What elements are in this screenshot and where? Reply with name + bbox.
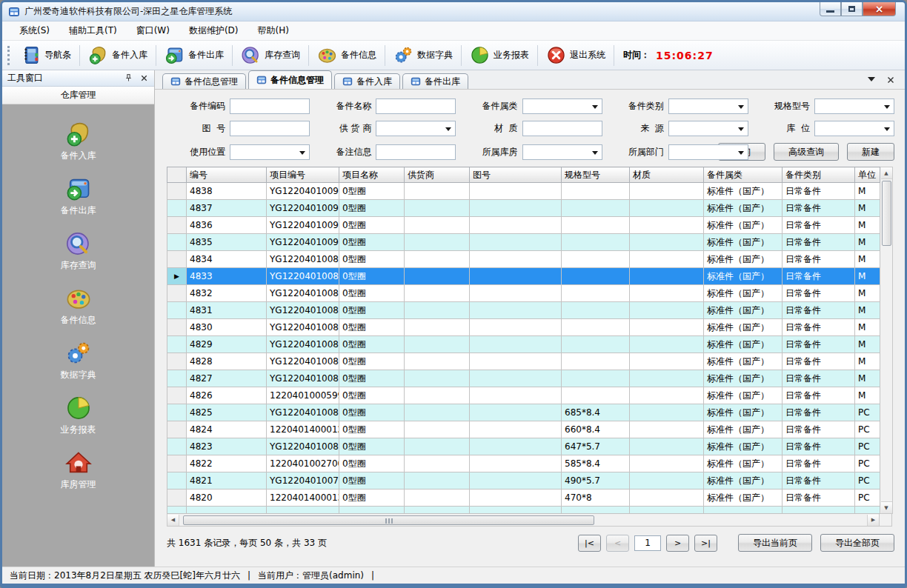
- prev-page-button[interactable]: <: [606, 535, 629, 552]
- table-row[interactable]: 4828YG122040100830型圈标准件（国产）日常备件M: [167, 353, 880, 370]
- table-cell[interactable]: M: [855, 268, 880, 285]
- table-cell[interactable]: YG12204010091: [267, 217, 339, 234]
- table-cell[interactable]: 4833: [187, 268, 267, 285]
- table-cell[interactable]: [405, 353, 470, 370]
- table-cell[interactable]: 660*8.4: [562, 421, 630, 438]
- table-cell[interactable]: [470, 455, 562, 472]
- table-cell[interactable]: 日常备件: [783, 200, 855, 217]
- table-cell[interactable]: 日常备件: [783, 387, 855, 404]
- table-cell[interactable]: 0型圈: [339, 183, 405, 200]
- column-header[interactable]: 单位: [855, 167, 880, 183]
- table-row[interactable]: 4836YG122040100910型圈标准件（国产）日常备件M: [167, 217, 880, 234]
- table-cell[interactable]: [630, 472, 704, 490]
- table-cell[interactable]: [405, 455, 470, 472]
- table-cell[interactable]: 4838: [187, 183, 267, 200]
- table-cell[interactable]: 4826: [187, 387, 267, 404]
- toolbar-button-exit-system[interactable]: 退出系统: [539, 43, 612, 68]
- table-cell[interactable]: [562, 387, 630, 404]
- table-cell[interactable]: [630, 200, 704, 217]
- table-cell[interactable]: 0型圈: [339, 217, 405, 234]
- table-cell[interactable]: [562, 302, 630, 319]
- table-cell[interactable]: 标准件（国产）: [704, 353, 783, 370]
- tab-list-dropdown-icon[interactable]: [868, 77, 875, 85]
- row-indicator[interactable]: [167, 319, 187, 336]
- table-row[interactable]: 4823YG122040100800型圈647*5.7标准件（国产）日常备件PC: [167, 438, 880, 455]
- table-cell[interactable]: YG12204010085: [267, 319, 339, 336]
- pin-icon[interactable]: [124, 73, 133, 83]
- table-cell[interactable]: 0型圈: [339, 421, 405, 438]
- table-cell[interactable]: [470, 268, 562, 285]
- toolbar-button-inventory-search[interactable]: 库存查询: [234, 43, 307, 68]
- usage-position-select[interactable]: [230, 144, 310, 160]
- row-indicator[interactable]: [167, 183, 187, 200]
- table-cell[interactable]: [405, 183, 470, 200]
- table-cell[interactable]: M: [855, 285, 880, 302]
- table-cell[interactable]: 标准件（国产）: [704, 455, 783, 472]
- material-input[interactable]: [522, 121, 602, 136]
- last-page-button[interactable]: >|: [694, 535, 717, 552]
- table-cell[interactable]: [630, 217, 704, 234]
- tab-parts-info-management-1[interactable]: 备件信息管理: [162, 73, 246, 89]
- table-row[interactable]: 4832YG122040100870型圈标准件（国产）日常备件M: [167, 285, 880, 302]
- row-indicator[interactable]: [167, 438, 187, 455]
- table-cell[interactable]: [630, 370, 704, 387]
- table-cell[interactable]: PC: [855, 421, 880, 438]
- sidebar-item-stock-in[interactable]: 备件入库: [61, 121, 96, 162]
- toolbar-button-stock-out[interactable]: 备件出库: [158, 43, 230, 68]
- table-row[interactable]: 482012204014000130型圈470*8标准件（国产）日常备件PC: [167, 490, 880, 507]
- menu-item[interactable]: 帮助(H): [248, 21, 299, 40]
- table-cell[interactable]: [470, 302, 562, 319]
- vertical-scroll-thumb[interactable]: [882, 181, 891, 246]
- table-cell[interactable]: [470, 370, 562, 387]
- table-cell[interactable]: [470, 387, 562, 404]
- part-category-select[interactable]: [522, 98, 602, 114]
- table-cell[interactable]: [630, 234, 704, 251]
- table-cell[interactable]: [470, 183, 562, 200]
- table-cell[interactable]: [470, 285, 562, 302]
- table-cell[interactable]: [470, 319, 562, 336]
- table-cell[interactable]: PC: [855, 438, 880, 455]
- row-indicator[interactable]: ▶: [167, 268, 187, 285]
- export-all-pages-button[interactable]: 导出全部页: [820, 534, 894, 552]
- table-cell[interactable]: 0型圈: [339, 302, 405, 319]
- table-cell[interactable]: 4828: [187, 353, 267, 370]
- table-cell[interactable]: 0型圈: [339, 353, 405, 370]
- table-cell[interactable]: YG12204010082: [267, 370, 339, 387]
- table-cell[interactable]: 0型圈: [339, 251, 405, 268]
- table-row[interactable]: 482412204014000120型圈660*8.4标准件（国产）日常备件PC: [167, 421, 880, 438]
- table-cell[interactable]: [630, 387, 704, 404]
- table-cell[interactable]: [470, 217, 562, 234]
- row-indicator[interactable]: [167, 336, 187, 353]
- table-cell[interactable]: [630, 251, 704, 268]
- toolbar-button-parts-info[interactable]: 备件信息: [310, 43, 383, 68]
- table-cell[interactable]: [405, 370, 470, 387]
- table-cell[interactable]: YG12204010084: [267, 336, 339, 353]
- table-row[interactable]: 482212204010027000型圈585*8.4标准件（国产）日常备件PC: [167, 455, 880, 472]
- table-cell[interactable]: 0型圈: [339, 319, 405, 336]
- table-cell[interactable]: 日常备件: [783, 455, 855, 472]
- table-cell[interactable]: [405, 336, 470, 353]
- close-button[interactable]: ×: [863, 2, 896, 16]
- new-button[interactable]: 新建: [847, 143, 894, 161]
- table-cell[interactable]: [562, 319, 630, 336]
- table-cell[interactable]: 日常备件: [783, 302, 855, 319]
- table-cell[interactable]: 标准件（国产）: [704, 217, 783, 234]
- menu-item[interactable]: 系统(S): [10, 21, 59, 40]
- table-cell[interactable]: M: [855, 353, 880, 370]
- table-cell[interactable]: [405, 285, 470, 302]
- table-cell[interactable]: [630, 302, 704, 319]
- table-cell[interactable]: [562, 183, 630, 200]
- table-cell[interactable]: [562, 353, 630, 370]
- row-indicator[interactable]: [167, 200, 187, 217]
- table-cell[interactable]: 标准件（国产）: [704, 404, 783, 421]
- table-cell[interactable]: 日常备件: [783, 421, 855, 438]
- table-cell[interactable]: 日常备件: [783, 472, 855, 490]
- table-cell[interactable]: [405, 438, 470, 455]
- column-header[interactable]: 编号: [187, 167, 267, 183]
- table-cell[interactable]: M: [855, 183, 880, 200]
- table-cell[interactable]: M: [855, 319, 880, 336]
- table-row[interactable]: 4829YG122040100840型圈标准件（国产）日常备件M: [167, 336, 880, 353]
- horizontal-scroll-thumb[interactable]: [183, 515, 594, 525]
- table-cell[interactable]: 日常备件: [783, 217, 855, 234]
- table-cell[interactable]: 日常备件: [783, 319, 855, 336]
